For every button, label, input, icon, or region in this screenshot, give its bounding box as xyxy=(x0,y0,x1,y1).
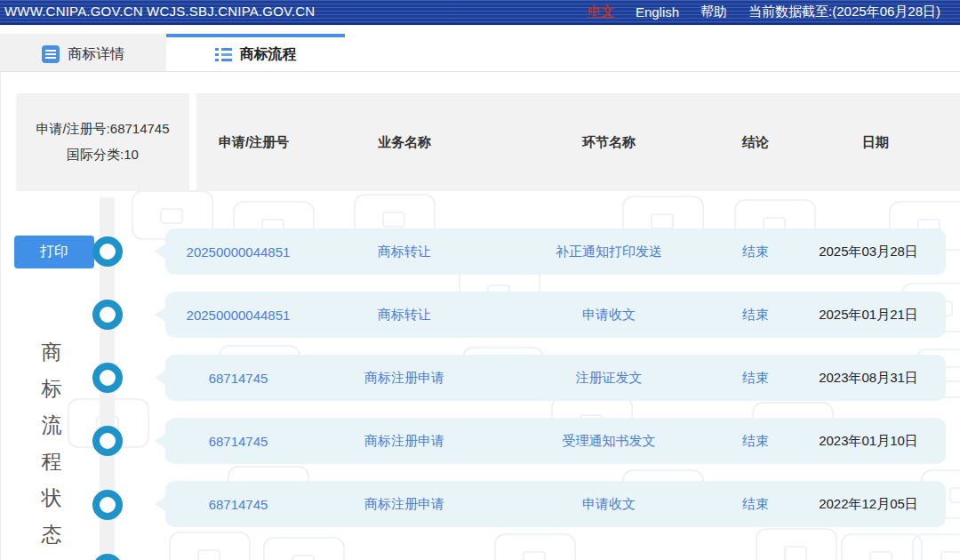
timeline-node[interactable] xyxy=(92,490,123,520)
cell-conclusion: 结束 xyxy=(720,496,791,513)
content-left-border xyxy=(0,72,1,560)
tab-label: 商标流程 xyxy=(240,45,297,64)
cell-step-name: 申请收文 xyxy=(498,307,720,324)
topbar-links: 中文 English 帮助 当前数据截至:(2025年06月28日) xyxy=(588,4,940,20)
cell-date: 2025年01月21日 xyxy=(791,307,946,324)
watermark-shape xyxy=(912,533,960,560)
watermark-shape xyxy=(494,533,576,560)
process-row[interactable]: 20250000044851 商标转让 申请收文 结束 2025年01月21日 xyxy=(165,292,946,338)
watermark-shape xyxy=(756,528,837,560)
timeline-node[interactable] xyxy=(92,554,123,560)
vertical-label-char: 商 xyxy=(39,334,64,371)
timeline-vertical-label: 商标流程状态 xyxy=(39,334,64,553)
cell-reg-no: 68714745 xyxy=(165,497,311,512)
cell-reg-no: 20250000044851 xyxy=(165,244,311,260)
cell-business-name: 商标注册申请 xyxy=(311,433,498,450)
process-row[interactable]: 68714745 商标注册申请 注册证发文 结束 2023年08月31日 xyxy=(165,355,946,401)
timeline-node[interactable] xyxy=(92,300,123,330)
row-pointer-arrow xyxy=(155,370,166,386)
cell-step-name: 受理通知书发文 xyxy=(498,433,720,450)
watermark-shape xyxy=(841,533,923,560)
row-pointer-arrow xyxy=(155,433,166,449)
cell-date: 2023年08月31日 xyxy=(791,370,946,387)
cell-conclusion: 结束 xyxy=(720,307,791,324)
site-domains: WWW.CNIPA.GOV.CN WCJS.SBJ.CNIPA.GOV.CN xyxy=(4,4,315,19)
cell-business-name: 商标注册申请 xyxy=(311,496,498,513)
vertical-label-char: 流 xyxy=(39,407,64,444)
watermark-shape xyxy=(263,537,345,560)
cell-date: 2023年01月10日 xyxy=(791,433,946,450)
header-conclusion: 结论 xyxy=(720,134,791,151)
cell-reg-no: 20250000044851 xyxy=(165,308,311,323)
vertical-label-char: 标 xyxy=(39,371,64,407)
topbar: WWW.CNIPA.GOV.CN WCJS.SBJ.CNIPA.GOV.CN 中… xyxy=(0,0,960,25)
cell-business-name: 商标转让 xyxy=(311,244,498,260)
lang-chinese-link[interactable]: 中文 xyxy=(588,4,614,20)
tab-bar: 商标详情 商标流程 xyxy=(0,34,960,72)
cell-conclusion: 结束 xyxy=(720,370,791,387)
process-row[interactable]: 20250000044851 商标转让 补正通知打印发送 结束 2025年03月… xyxy=(165,228,946,275)
vertical-label-char: 程 xyxy=(39,444,64,480)
cell-reg-no: 68714745 xyxy=(165,371,311,386)
cell-conclusion: 结束 xyxy=(720,244,791,260)
row-pointer-arrow xyxy=(155,496,166,512)
application-number: 申请/注册号:68714745 xyxy=(36,121,169,138)
cnipa-trademark-page: WWW.CNIPA.GOV.CN WCJS.SBJ.CNIPA.GOV.CN 中… xyxy=(0,0,960,560)
vertical-label-char: 态 xyxy=(39,516,64,553)
tab-label: 商标详情 xyxy=(68,45,124,64)
row-pointer-arrow xyxy=(155,307,166,323)
tab-trademark-details[interactable]: 商标详情 xyxy=(0,34,166,71)
cell-date: 2025年03月28日 xyxy=(791,244,946,260)
timeline-node[interactable] xyxy=(92,426,123,456)
vertical-label-char: 状 xyxy=(39,480,64,516)
cell-step-name: 注册证发文 xyxy=(498,370,720,387)
header-reg-no: 申请/注册号 xyxy=(196,134,311,151)
document-icon xyxy=(42,45,60,63)
timeline-node[interactable] xyxy=(92,236,123,267)
cell-business-name: 商标注册申请 xyxy=(311,370,498,387)
cell-step-name: 补正通知打印发送 xyxy=(498,244,720,260)
lang-english-link[interactable]: English xyxy=(636,4,679,20)
cell-business-name: 商标转让 xyxy=(311,307,498,324)
process-row[interactable]: 68714745 商标注册申请 申请收文 结束 2022年12月05日 xyxy=(165,481,946,527)
header-business-name: 业务名称 xyxy=(311,134,498,151)
table-header: 申请/注册号 业务名称 环节名称 结论 日期 xyxy=(196,93,960,191)
help-link[interactable]: 帮助 xyxy=(700,4,727,20)
process-row[interactable]: 68714745 商标注册申请 受理通知书发文 结束 2023年01月10日 xyxy=(165,418,946,464)
timeline-node[interactable] xyxy=(92,363,123,393)
cell-step-name: 申请收文 xyxy=(498,496,720,513)
row-pointer-arrow xyxy=(155,244,166,260)
header-date: 日期 xyxy=(791,134,960,151)
cell-date: 2022年12月05日 xyxy=(791,496,946,513)
international-class: 国际分类:10 xyxy=(67,147,139,164)
header-step-name: 环节名称 xyxy=(498,134,720,151)
cell-conclusion: 结束 xyxy=(720,433,791,450)
application-info-box: 申请/注册号:68714745 国际分类:10 xyxy=(16,93,189,191)
list-icon xyxy=(215,47,232,61)
watermark-shape xyxy=(169,532,251,560)
cell-reg-no: 68714745 xyxy=(165,434,311,449)
tab-trademark-process[interactable]: 商标流程 xyxy=(166,34,345,71)
data-cutoff-date: 当前数据截至:(2025年06月28日) xyxy=(748,4,940,20)
print-button[interactable]: 打印 xyxy=(14,236,94,268)
